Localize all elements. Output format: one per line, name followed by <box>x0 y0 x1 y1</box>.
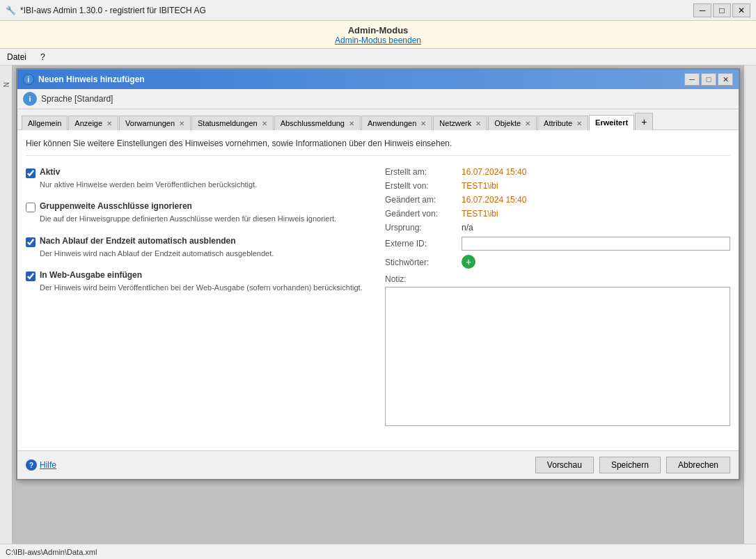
menu-bar: Datei ? <box>0 49 756 65</box>
admin-mode-title: Admin-Modus <box>0 25 756 36</box>
checkbox-aktiv-row: Aktiv <box>26 167 371 178</box>
info-label-ursprung: Ursprung: <box>385 223 462 233</box>
dialog-subtitle-text: Sprache [Standard] <box>41 94 113 104</box>
admin-mode-deactivate-link[interactable]: Admin-Modus beenden <box>0 36 756 45</box>
checkbox-gruppen-label: Gruppenweite Ausschlüsse ignorieren <box>40 201 192 211</box>
checkbox-web[interactable] <box>26 271 36 281</box>
info-row-erstellt-von: Erstellt von: TEST1\ibi <box>385 181 730 191</box>
info-row-geaendert-von: Geändert von: TEST1\ibi <box>385 209 730 219</box>
info-value-geaendert-am: 16.07.2024 15:40 <box>462 195 526 205</box>
info-label-geaendert-von: Geändert von: <box>385 209 462 219</box>
notiz-textarea[interactable] <box>385 287 730 426</box>
dialog-maximize-button[interactable]: □ <box>701 73 716 86</box>
tab-vorwarnungen-close[interactable]: ✕ <box>179 120 184 127</box>
checkbox-web-label: In Web-Ausgabe einfügen <box>40 270 142 280</box>
description-text: Hier können Sie weitere Einstellungen de… <box>26 139 730 156</box>
dialog-footer: ? Hilfe Vorschau Speichern Abbrechen <box>17 450 739 479</box>
checkbox-aktiv[interactable] <box>26 168 36 178</box>
checkbox-gruppen[interactable] <box>26 203 36 212</box>
tab-erweitert[interactable]: Erweitert <box>589 115 634 130</box>
tab-statusmeldungen-close[interactable]: ✕ <box>262 120 267 127</box>
right-strip <box>743 65 756 546</box>
title-bar: 🔧 *IBI-aws Admin 1.30.0 - registriert fü… <box>0 0 756 21</box>
dialog-close-button[interactable]: ✕ <box>718 73 733 86</box>
info-label-stichwörter: Stichwörter: <box>385 258 462 267</box>
dialog-body: Hier können Sie weitere Einstellungen de… <box>17 130 739 450</box>
status-bar-path: C:\IBI-aws\Admin\Data.xml <box>6 548 97 556</box>
keywords-row: + <box>462 255 475 269</box>
left-nav-label: N <box>2 82 10 87</box>
checkbox-aktiv-group: Aktiv Nur aktive Hinweise werden beim Ve… <box>26 167 371 190</box>
checkbox-web-group: In Web-Ausgabe einfügen Der Hinweis wird… <box>26 270 371 293</box>
tab-attribute[interactable]: Attribute ✕ <box>537 116 588 130</box>
tab-anwendungen[interactable]: Anwendungen ✕ <box>361 116 432 130</box>
two-col-layout: Aktiv Nur aktive Hinweise werden beim Ve… <box>26 167 730 428</box>
dialog-subtitle: i Sprache [Standard] <box>17 89 739 109</box>
title-bar-controls: ─ □ ✕ <box>693 3 750 17</box>
status-bar: C:\IBI-aws\Admin\Data.xml <box>0 544 756 559</box>
menu-datei[interactable]: Datei <box>4 51 29 63</box>
dialog-title-text: Neuen Hinweis hinzufügen <box>38 74 145 84</box>
add-keyword-button[interactable]: + <box>462 255 475 269</box>
tab-anwendungen-close[interactable]: ✕ <box>420 120 426 127</box>
title-bar-title: 🔧 *IBI-aws Admin 1.30.0 - registriert fü… <box>6 6 206 15</box>
info-label-erstellt-am: Erstellt am: <box>385 167 462 177</box>
checkbox-aktiv-label: Aktiv <box>40 167 60 177</box>
externe-id-input[interactable] <box>462 237 730 251</box>
checkbox-ablauf-group: Nach Ablauf der Endzeit automatisch ausb… <box>26 236 371 259</box>
info-row-stichwörter: Stichwörter: + <box>385 255 730 269</box>
info-value-erstellt-von: TEST1\ibi <box>462 181 498 191</box>
info-value-ursprung: n/a <box>462 223 473 233</box>
footer-left: ? Hilfe <box>26 459 56 471</box>
checkbox-gruppen-group: Gruppenweite Ausschlüsse ignorieren Die … <box>26 201 371 224</box>
tab-anzeige-close[interactable]: ✕ <box>107 120 112 127</box>
checkbox-web-desc: Der Hinweis wird beim Veröffentlichen be… <box>40 283 371 293</box>
maximize-button[interactable]: □ <box>713 3 731 17</box>
abbrechen-button[interactable]: Abbrechen <box>666 457 730 473</box>
tab-objekte-close[interactable]: ✕ <box>525 120 530 127</box>
checkbox-ablauf[interactable] <box>26 237 36 247</box>
info-table: Erstellt am: 16.07.2024 15:40 Erstellt v… <box>385 167 730 428</box>
dialog-title-bar: i Neuen Hinweis hinzufügen ─ □ ✕ <box>17 70 739 89</box>
tabs-bar: Allgemein Anzeige ✕ Vorwarnungen ✕ Statu… <box>17 109 739 130</box>
footer-right: Vorschau Speichern Abbrechen <box>535 457 730 473</box>
info-row-geaendert-am: Geändert am: 16.07.2024 15:40 <box>385 195 730 205</box>
checkbox-gruppen-desc: Die auf der Hinweisgruppe definierten Au… <box>40 214 371 224</box>
info-label-externe-id: Externe ID: <box>385 239 462 249</box>
tab-netzwerk-close[interactable]: ✕ <box>475 120 481 127</box>
info-row-externe-id: Externe ID: <box>385 237 730 251</box>
info-row-erstellt-am: Erstellt am: 16.07.2024 15:40 <box>385 167 730 177</box>
left-nav: N <box>0 65 13 546</box>
vorschau-button[interactable]: Vorschau <box>535 457 594 473</box>
dialog-minimize-button[interactable]: ─ <box>684 73 700 86</box>
tab-objekte[interactable]: Objekte ✕ <box>488 116 537 130</box>
tab-abschlussmeldung-close[interactable]: ✕ <box>349 120 354 127</box>
dialog-controls: ─ □ ✕ <box>684 73 733 86</box>
help-link[interactable]: Hilfe <box>40 460 56 470</box>
tab-netzwerk[interactable]: Netzwerk ✕ <box>433 116 487 130</box>
tab-abschlussmeldung[interactable]: Abschlussmeldung ✕ <box>274 116 361 130</box>
dialog-window: i Neuen Hinweis hinzufügen ─ □ ✕ i Sprac… <box>16 68 740 480</box>
checkbox-ablauf-label: Nach Ablauf der Endzeit automatisch ausb… <box>40 236 236 246</box>
tab-allgemein[interactable]: Allgemein <box>22 116 68 130</box>
tab-attribute-close[interactable]: ✕ <box>576 120 582 127</box>
info-label-erstellt-von: Erstellt von: <box>385 181 462 191</box>
minimize-button[interactable]: ─ <box>693 3 711 17</box>
speichern-button[interactable]: Speichern <box>599 457 661 473</box>
menu-help[interactable]: ? <box>38 51 48 63</box>
notiz-section: Notiz: <box>385 274 730 428</box>
info-label-geaendert-am: Geändert am: <box>385 195 462 205</box>
close-button[interactable]: ✕ <box>732 3 750 17</box>
tab-anzeige[interactable]: Anzeige ✕ <box>68 116 118 130</box>
info-row-ursprung: Ursprung: n/a <box>385 223 730 233</box>
checkbox-gruppen-row: Gruppenweite Ausschlüsse ignorieren <box>26 201 371 212</box>
admin-banner: Admin-Modus Admin-Modus beenden <box>0 21 756 49</box>
tab-vorwarnungen[interactable]: Vorwarnungen ✕ <box>119 116 191 130</box>
info-value-geaendert-von: TEST1\ibi <box>462 209 498 219</box>
notiz-label: Notiz: <box>385 274 730 284</box>
dialog-title-left: i Neuen Hinweis hinzufügen <box>23 74 145 85</box>
tab-add-button[interactable]: + <box>635 113 653 130</box>
col-right: Erstellt am: 16.07.2024 15:40 Erstellt v… <box>385 167 730 428</box>
checkbox-ablauf-row: Nach Ablauf der Endzeit automatisch ausb… <box>26 236 371 247</box>
tab-statusmeldungen[interactable]: Statusmeldungen ✕ <box>191 116 274 130</box>
